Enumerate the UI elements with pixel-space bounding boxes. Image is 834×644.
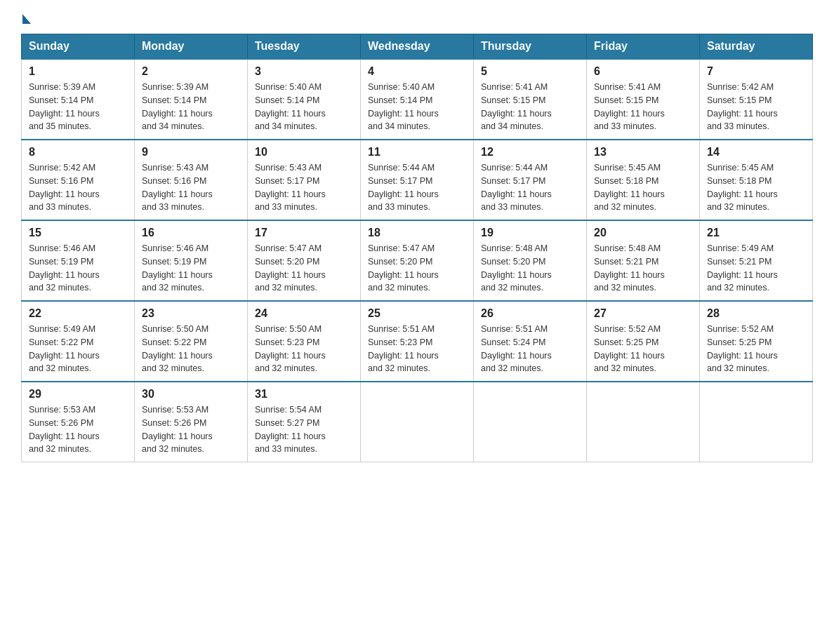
- day-number: 1: [29, 65, 127, 78]
- day-number: 26: [481, 307, 579, 320]
- calendar-cell: 19Sunrise: 5:48 AMSunset: 5:20 PMDayligh…: [474, 220, 587, 301]
- day-info: Sunrise: 5:51 AMSunset: 5:23 PMDaylight:…: [368, 323, 466, 375]
- day-info: Sunrise: 5:50 AMSunset: 5:23 PMDaylight:…: [255, 323, 353, 375]
- day-number: 21: [707, 227, 805, 239]
- day-number: 9: [142, 146, 240, 159]
- calendar-cell: 3Sunrise: 5:40 AMSunset: 5:14 PMDaylight…: [248, 59, 361, 140]
- day-info: Sunrise: 5:54 AMSunset: 5:27 PMDaylight:…: [255, 403, 353, 456]
- day-number: 2: [142, 65, 240, 78]
- day-number: 13: [594, 146, 692, 159]
- day-number: 4: [368, 65, 466, 78]
- calendar-cell: 22Sunrise: 5:49 AMSunset: 5:22 PMDayligh…: [22, 301, 135, 382]
- calendar-cell: [700, 382, 813, 462]
- weekday-header-sunday: Sunday: [22, 34, 135, 60]
- day-number: 25: [368, 307, 466, 320]
- logo-general: [21, 14, 31, 22]
- calendar-cell: 26Sunrise: 5:51 AMSunset: 5:24 PMDayligh…: [474, 301, 587, 382]
- calendar-cell: 14Sunrise: 5:45 AMSunset: 5:18 PMDayligh…: [700, 140, 813, 220]
- day-info: Sunrise: 5:45 AMSunset: 5:18 PMDaylight:…: [707, 161, 805, 214]
- day-number: 15: [29, 227, 127, 239]
- day-number: 14: [707, 146, 805, 159]
- day-info: Sunrise: 5:40 AMSunset: 5:14 PMDaylight:…: [255, 81, 353, 133]
- day-number: 20: [594, 227, 692, 239]
- calendar-cell: 31Sunrise: 5:54 AMSunset: 5:27 PMDayligh…: [248, 382, 361, 462]
- weekday-header-wednesday: Wednesday: [361, 34, 474, 60]
- calendar-cell: 7Sunrise: 5:42 AMSunset: 5:15 PMDaylight…: [700, 59, 813, 140]
- calendar-cell: 8Sunrise: 5:42 AMSunset: 5:16 PMDaylight…: [22, 140, 135, 220]
- logo: [21, 14, 31, 20]
- day-number: 18: [368, 227, 466, 239]
- calendar-cell: 9Sunrise: 5:43 AMSunset: 5:16 PMDaylight…: [135, 140, 248, 220]
- calendar-cell: [587, 382, 700, 462]
- page-header: [21, 14, 813, 20]
- day-number: 17: [255, 227, 353, 239]
- day-number: 19: [481, 227, 579, 239]
- day-info: Sunrise: 5:45 AMSunset: 5:18 PMDaylight:…: [594, 161, 692, 214]
- day-info: Sunrise: 5:40 AMSunset: 5:14 PMDaylight:…: [368, 81, 466, 133]
- calendar-cell: 15Sunrise: 5:46 AMSunset: 5:19 PMDayligh…: [22, 220, 135, 301]
- weekday-header-row: SundayMondayTuesdayWednesdayThursdayFrid…: [22, 34, 813, 60]
- weekday-header-saturday: Saturday: [700, 34, 813, 60]
- day-info: Sunrise: 5:53 AMSunset: 5:26 PMDaylight:…: [142, 403, 240, 456]
- calendar-cell: 23Sunrise: 5:50 AMSunset: 5:22 PMDayligh…: [135, 301, 248, 382]
- weekday-header-thursday: Thursday: [474, 34, 587, 60]
- calendar-cell: 18Sunrise: 5:47 AMSunset: 5:20 PMDayligh…: [361, 220, 474, 301]
- week-row-3: 15Sunrise: 5:46 AMSunset: 5:19 PMDayligh…: [22, 220, 813, 301]
- day-info: Sunrise: 5:43 AMSunset: 5:17 PMDaylight:…: [255, 161, 353, 214]
- day-number: 16: [142, 227, 240, 239]
- day-number: 31: [255, 388, 353, 401]
- day-number: 23: [142, 307, 240, 320]
- day-info: Sunrise: 5:39 AMSunset: 5:14 PMDaylight:…: [142, 81, 240, 133]
- calendar-cell: [361, 382, 474, 462]
- day-info: Sunrise: 5:47 AMSunset: 5:20 PMDaylight:…: [368, 242, 466, 295]
- day-number: 11: [368, 146, 466, 159]
- day-info: Sunrise: 5:49 AMSunset: 5:22 PMDaylight:…: [29, 323, 127, 375]
- calendar-cell: 20Sunrise: 5:48 AMSunset: 5:21 PMDayligh…: [587, 220, 700, 301]
- calendar-cell: 24Sunrise: 5:50 AMSunset: 5:23 PMDayligh…: [248, 301, 361, 382]
- day-info: Sunrise: 5:42 AMSunset: 5:16 PMDaylight:…: [29, 161, 127, 214]
- calendar-table: SundayMondayTuesdayWednesdayThursdayFrid…: [21, 34, 813, 462]
- day-info: Sunrise: 5:48 AMSunset: 5:20 PMDaylight:…: [481, 242, 579, 295]
- week-row-1: 1Sunrise: 5:39 AMSunset: 5:14 PMDaylight…: [22, 59, 813, 140]
- calendar-cell: 4Sunrise: 5:40 AMSunset: 5:14 PMDaylight…: [361, 59, 474, 140]
- day-info: Sunrise: 5:52 AMSunset: 5:25 PMDaylight:…: [707, 323, 805, 375]
- day-info: Sunrise: 5:52 AMSunset: 5:25 PMDaylight:…: [594, 323, 692, 375]
- day-info: Sunrise: 5:41 AMSunset: 5:15 PMDaylight:…: [481, 81, 579, 133]
- day-number: 30: [142, 388, 240, 401]
- calendar-cell: 28Sunrise: 5:52 AMSunset: 5:25 PMDayligh…: [700, 301, 813, 382]
- day-number: 22: [29, 307, 127, 320]
- calendar-cell: 17Sunrise: 5:47 AMSunset: 5:20 PMDayligh…: [248, 220, 361, 301]
- day-info: Sunrise: 5:47 AMSunset: 5:20 PMDaylight:…: [255, 242, 353, 295]
- weekday-header-tuesday: Tuesday: [248, 34, 361, 60]
- calendar-cell: 2Sunrise: 5:39 AMSunset: 5:14 PMDaylight…: [135, 59, 248, 140]
- day-number: 3: [255, 65, 353, 78]
- day-number: 10: [255, 146, 353, 159]
- day-info: Sunrise: 5:44 AMSunset: 5:17 PMDaylight:…: [368, 161, 466, 214]
- day-info: Sunrise: 5:48 AMSunset: 5:21 PMDaylight:…: [594, 242, 692, 295]
- week-row-5: 29Sunrise: 5:53 AMSunset: 5:26 PMDayligh…: [22, 382, 813, 462]
- calendar-cell: 29Sunrise: 5:53 AMSunset: 5:26 PMDayligh…: [22, 382, 135, 462]
- day-number: 29: [29, 388, 127, 401]
- calendar-cell: 16Sunrise: 5:46 AMSunset: 5:19 PMDayligh…: [135, 220, 248, 301]
- calendar-cell: 25Sunrise: 5:51 AMSunset: 5:23 PMDayligh…: [361, 301, 474, 382]
- day-info: Sunrise: 5:53 AMSunset: 5:26 PMDaylight:…: [29, 403, 127, 456]
- day-info: Sunrise: 5:46 AMSunset: 5:19 PMDaylight:…: [142, 242, 240, 295]
- day-number: 5: [481, 65, 579, 78]
- day-info: Sunrise: 5:42 AMSunset: 5:15 PMDaylight:…: [707, 81, 805, 133]
- weekday-header-friday: Friday: [587, 34, 700, 60]
- day-number: 6: [594, 65, 692, 78]
- calendar-cell: 12Sunrise: 5:44 AMSunset: 5:17 PMDayligh…: [474, 140, 587, 220]
- weekday-header-monday: Monday: [135, 34, 248, 60]
- day-info: Sunrise: 5:46 AMSunset: 5:19 PMDaylight:…: [29, 242, 127, 295]
- logo-arrow-icon: [22, 14, 31, 24]
- calendar-cell: [474, 382, 587, 462]
- day-number: 27: [594, 307, 692, 320]
- day-info: Sunrise: 5:44 AMSunset: 5:17 PMDaylight:…: [481, 161, 579, 214]
- week-row-2: 8Sunrise: 5:42 AMSunset: 5:16 PMDaylight…: [22, 140, 813, 220]
- day-info: Sunrise: 5:49 AMSunset: 5:21 PMDaylight:…: [707, 242, 805, 295]
- day-info: Sunrise: 5:51 AMSunset: 5:24 PMDaylight:…: [481, 323, 579, 375]
- calendar-cell: 6Sunrise: 5:41 AMSunset: 5:15 PMDaylight…: [587, 59, 700, 140]
- calendar-cell: 13Sunrise: 5:45 AMSunset: 5:18 PMDayligh…: [587, 140, 700, 220]
- day-number: 24: [255, 307, 353, 320]
- day-info: Sunrise: 5:43 AMSunset: 5:16 PMDaylight:…: [142, 161, 240, 214]
